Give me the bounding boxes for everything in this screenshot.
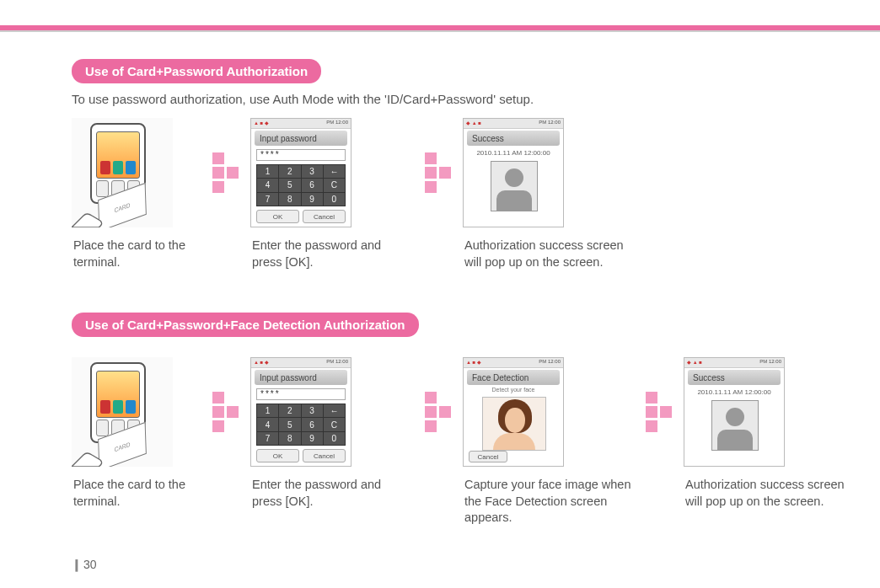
step-place-card: CARD Place the card to the terminal. — [72, 357, 200, 510]
header-divider — [0, 30, 880, 32]
section-title-pill: Use of Card+Password Authorization — [72, 59, 321, 83]
steps-row: CARD Place the card to the terminal. — [72, 118, 846, 270]
arrow-icon — [633, 357, 684, 467]
arrow-icon — [412, 118, 463, 227]
arrow-icon — [200, 118, 250, 227]
section-intro-text: To use password authorization, use Auth … — [72, 92, 846, 106]
step-caption: Capture your face image when the Face De… — [464, 477, 633, 527]
arrow-icon — [200, 357, 250, 467]
page-number: ❙30 — [72, 558, 97, 571]
hand-icon — [72, 431, 107, 467]
step-success: ◆ ▲ ■PM 12:00 Success 2010.11.11 AM 12:0… — [684, 357, 845, 510]
page-content: Use of Card+Password Authorization To us… — [72, 59, 846, 527]
step-caption: Place the card to the terminal. — [73, 238, 200, 270]
avatar-placeholder-icon — [711, 400, 759, 451]
keypad-illustration: ▲ ■ ◆PM 12:00 Input password **** 123← 4… — [250, 118, 351, 227]
step-enter-password: ▲ ■ ◆PM 12:00 Input password **** 123← 4… — [250, 118, 412, 270]
success-illustration: ◆ ▲ ■PM 12:00 Success 2010.11.11 AM 12:0… — [463, 118, 564, 227]
terminal-illustration: CARD — [72, 357, 173, 467]
manual-page: Use of Card+Password Authorization To us… — [0, 0, 880, 588]
success-illustration: ◆ ▲ ■PM 12:00 Success 2010.11.11 AM 12:0… — [684, 357, 785, 467]
step-face-detection: ▲ ■ ◆PM 12:00 Face Detection Detect your… — [463, 357, 633, 527]
section-card-password-face: Use of Card+Password+Face Detection Auth… — [72, 313, 846, 527]
step-enter-password: ▲ ■ ◆PM 12:00 Input password **** 123← 4… — [250, 357, 412, 510]
hand-icon — [72, 192, 107, 227]
face-detection-illustration: ▲ ■ ◆PM 12:00 Face Detection Detect your… — [463, 357, 564, 467]
arrow-icon — [412, 357, 463, 467]
keypad-illustration: ▲ ■ ◆PM 12:00 Input password **** 123← 4… — [250, 357, 351, 467]
section-title-pill: Use of Card+Password+Face Detection Auth… — [72, 313, 419, 337]
terminal-illustration: CARD — [72, 118, 173, 227]
step-success: ◆ ▲ ■PM 12:00 Success 2010.11.11 AM 12:0… — [463, 118, 625, 270]
step-caption: Enter the password and press [OK]. — [252, 477, 412, 510]
step-place-card: CARD Place the card to the terminal. — [72, 118, 200, 270]
step-caption: Enter the password and press [OK]. — [252, 238, 412, 270]
step-caption: Authorization success screen will pop up… — [685, 477, 845, 510]
face-photo-icon — [482, 397, 546, 451]
step-caption: Place the card to the terminal. — [73, 477, 200, 510]
step-caption: Authorization success screen will pop up… — [464, 238, 625, 270]
section-card-password: Use of Card+Password Authorization To us… — [72, 59, 846, 270]
avatar-placeholder-icon — [491, 161, 538, 211]
steps-row: CARD Place the card to the terminal. — [72, 357, 846, 527]
